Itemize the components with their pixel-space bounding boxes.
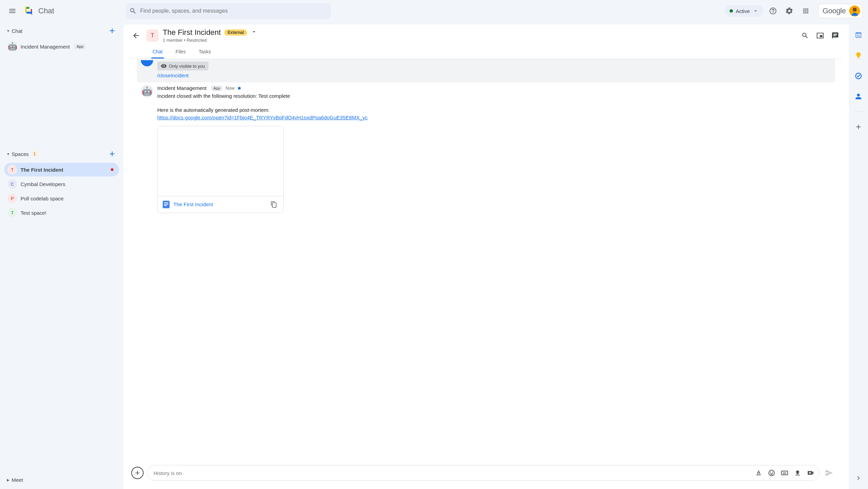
space-item-avatar: P: [8, 194, 17, 203]
brand-text: Google: [823, 6, 846, 15]
calendar-companion-button[interactable]: 31: [852, 28, 865, 42]
emoji-button[interactable]: [766, 467, 777, 479]
chat-panel: T The First Incident External 1 member •…: [123, 25, 849, 489]
space-item[interactable]: CCymbal Developers: [4, 177, 119, 191]
send-button[interactable]: [823, 467, 835, 479]
svg-rect-5: [164, 204, 168, 204]
bot-avatar-icon: 🤖: [8, 42, 17, 51]
new-chat-button[interactable]: [107, 25, 118, 36]
user-avatar[interactable]: [849, 5, 860, 16]
sidebar-header-spaces[interactable]: ▼ Spaces 1: [3, 146, 120, 161]
message-text-1: Incident closed with the following resol…: [157, 92, 835, 100]
space-item[interactable]: TTest space!: [4, 206, 119, 220]
visibility-text: Only visible to you: [169, 64, 205, 69]
apps-button[interactable]: [799, 4, 813, 18]
caret-right-icon: ▶: [5, 478, 11, 482]
settings-button[interactable]: [783, 4, 796, 18]
message-time: Now: [226, 85, 235, 91]
unread-dot-icon: [238, 87, 241, 90]
tab-files[interactable]: Files: [174, 46, 187, 58]
search-bar[interactable]: [126, 3, 331, 19]
help-icon: [769, 7, 777, 15]
chat-tabs: ChatFilesTasks: [130, 43, 842, 59]
presence-status-button[interactable]: Active: [725, 5, 763, 17]
message-composer[interactable]: GIF: [147, 465, 819, 481]
back-button[interactable]: [130, 29, 142, 42]
product-name: Chat: [38, 6, 54, 15]
search-icon: [801, 32, 809, 39]
contacts-companion-button[interactable]: [852, 90, 865, 103]
thread-icon: [831, 32, 839, 39]
product-logo[interactable]: Chat: [22, 4, 54, 18]
docs-icon: [162, 201, 170, 208]
keep-companion-button[interactable]: [852, 49, 865, 62]
new-space-button[interactable]: [107, 148, 118, 159]
chat-search-button[interactable]: [798, 29, 812, 42]
tab-chat[interactable]: Chat: [151, 46, 164, 58]
topbar: Chat Active Google: [0, 0, 868, 22]
visibility-pill: Only visible to you: [157, 62, 209, 70]
doc-preview: [158, 126, 283, 196]
section-title-chat: Chat: [12, 28, 23, 34]
space-avatar: T: [146, 29, 159, 42]
chat-item-incident-management[interactable]: 🤖 Incident Management App: [4, 40, 119, 53]
main-menu-button[interactable]: [4, 3, 21, 19]
space-menu-button[interactable]: [251, 28, 257, 37]
space-item-label: Poll codelab space: [21, 196, 64, 201]
picture-in-picture-icon: [816, 32, 824, 39]
right-side-panel: 31: [849, 22, 868, 489]
help-button[interactable]: [766, 4, 780, 18]
sender-name: Incident Management: [157, 85, 206, 91]
doc-attachment-card[interactable]: The First Incident: [157, 126, 284, 213]
upload-button[interactable]: [792, 467, 803, 479]
space-item-avatar: T: [8, 165, 17, 174]
composer-row: GIF: [123, 460, 849, 489]
add-attachment-button[interactable]: [131, 467, 144, 479]
space-item-label: Cymbal Developers: [21, 181, 65, 187]
postmortem-link[interactable]: https://docs.google.com/open?id=1Fbjo4E_…: [157, 115, 368, 120]
plus-icon: [855, 123, 862, 131]
section-title-meet: Meet: [12, 477, 23, 483]
copy-icon: [270, 201, 277, 208]
tab-tasks[interactable]: Tasks: [197, 46, 212, 58]
collapse-side-panel-button[interactable]: [854, 473, 863, 483]
format-button[interactable]: [753, 467, 764, 479]
private-message: Only visible to you /closeIncident: [137, 59, 835, 82]
search-icon: [129, 7, 137, 15]
search-input[interactable]: [140, 8, 328, 14]
eye-icon: [161, 63, 167, 69]
gif-icon: GIF: [781, 469, 788, 477]
left-sidebar: ▼ Chat 🤖 Incident Management App: [0, 22, 123, 489]
space-item[interactable]: PPoll codelab space: [4, 191, 119, 205]
gif-button[interactable]: GIF: [779, 467, 790, 479]
arrow-left-icon: [132, 31, 140, 40]
sidebar-header-meet[interactable]: ▶ Meet: [3, 475, 120, 485]
apps-grid-icon: [802, 7, 810, 15]
composer-input[interactable]: [153, 470, 753, 476]
text-format-icon: [755, 469, 762, 477]
chat-list: 🤖 Incident Management App: [3, 38, 120, 55]
unread-dot-icon: [111, 168, 113, 171]
svg-text:GIF: GIF: [783, 472, 787, 474]
external-badge: External: [224, 29, 247, 36]
emoji-icon: [768, 469, 775, 477]
presence-dot-icon: [730, 9, 733, 13]
space-item[interactable]: TThe First Incident: [4, 163, 119, 176]
spaces-unread-badge: 1: [31, 151, 38, 157]
thread-panel-button[interactable]: [828, 29, 842, 42]
section-title-spaces: Spaces: [12, 151, 29, 157]
sidebar-header-chat[interactable]: ▼ Chat: [3, 23, 120, 38]
calendar-icon: 31: [855, 31, 862, 39]
account-brand-box[interactable]: Google: [818, 4, 863, 18]
get-addons-button[interactable]: [852, 120, 865, 134]
video-meeting-button[interactable]: [805, 467, 816, 479]
chevron-right-icon: [855, 474, 862, 482]
copy-link-button[interactable]: [269, 200, 279, 209]
app-root: Chat Active Google: [0, 0, 868, 489]
topbar-right: Active Google: [725, 4, 865, 18]
pip-button[interactable]: [813, 29, 827, 42]
chevron-down-icon: [752, 8, 759, 14]
sidebar-section-spaces: ▼ Spaces 1 TThe First IncidentCCymbal De…: [3, 146, 120, 221]
rail-divider: [854, 111, 863, 112]
tasks-companion-button[interactable]: [852, 69, 865, 83]
